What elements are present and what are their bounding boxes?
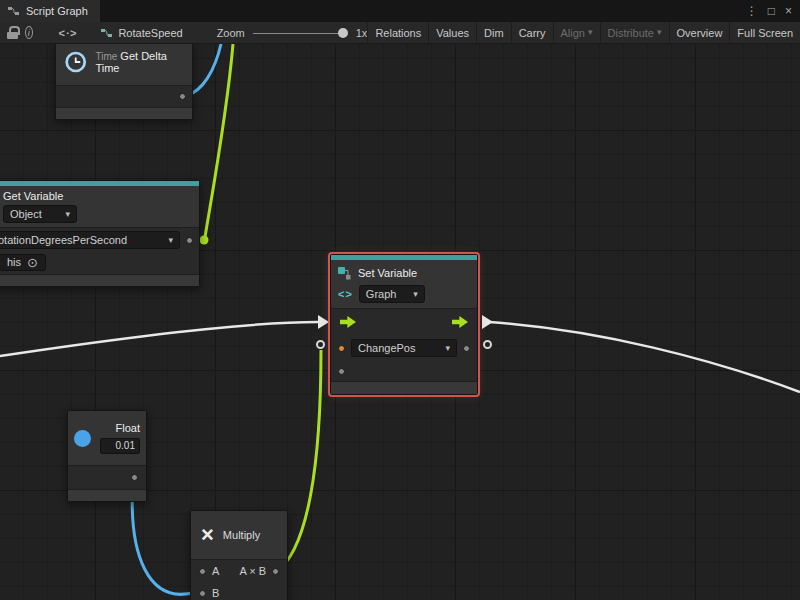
flow-output-arrow[interactable] [482,315,493,329]
node-footer [0,274,199,286]
variable-scope-dropdown[interactable]: Graph ▾ [359,285,425,303]
distribute-button: Distribute ▾ [600,22,669,44]
control-input-port[interactable] [340,316,356,328]
variable-scope-dropdown[interactable]: Object ▾ [3,205,77,223]
chevron-down-icon: ▾ [168,236,173,245]
node-float[interactable]: Float 0.01 [67,410,147,502]
graph-asset-icon [101,27,113,39]
node-get-variable[interactable]: Get Variable Object ▾ otationDegreesPerS… [0,180,200,287]
object-picker-icon[interactable]: ⊙ [27,256,38,269]
align-button: Align ▾ [553,22,600,44]
full-screen-button[interactable]: Full Screen [729,22,800,44]
node-get-delta-time[interactable]: Time Get Delta Time [55,44,193,120]
value-output-port[interactable] [463,345,470,352]
chevron-down-icon: ▾ [588,28,593,37]
graph-asset: RotateSpeed [101,27,182,39]
lock-icon[interactable] [7,26,13,39]
tab-bar: Script Graph ⋮ □ × [0,0,800,22]
wire-white-input [0,322,318,356]
float-icon [74,430,91,447]
float-output-port[interactable] [131,474,138,481]
toolbar-buttons: Relations Values Dim Carry Align ▾ Distr… [367,22,800,44]
set-variable-icon [338,267,352,280]
dim-button[interactable]: Dim [476,22,511,44]
node-title: Get Variable [3,190,192,202]
node-set-variable[interactable]: Set Variable <> Graph ▾ ChangePos ▾ [330,254,478,395]
delta-time-output-port[interactable] [179,93,186,100]
wire-white-output [489,322,800,392]
node-title: Multiply [223,529,260,541]
close-icon[interactable]: × [785,4,792,18]
value-input-port[interactable] [338,345,345,352]
float-value-field[interactable]: 0.01 [100,438,140,454]
graph-toolbar: i <∙> RotateSpeed Zoom 1x Relations Valu… [0,22,800,44]
overview-button[interactable]: Overview [669,22,730,44]
edit-code-icon[interactable]: <∙> [59,27,78,39]
fallback-input-port[interactable] [338,368,345,375]
graph-name-label: RotateSpeed [118,27,182,39]
variable-output-port[interactable] [200,236,209,245]
clock-icon [64,49,87,75]
node-footer [68,489,146,501]
node-footer [56,107,192,119]
external-input-ring[interactable] [316,340,325,349]
chevron-down-icon: ▾ [445,344,450,353]
control-output-port[interactable] [452,316,468,328]
multiply-b-port[interactable] [199,590,206,597]
info-icon[interactable]: i [25,26,33,39]
maximize-icon[interactable]: □ [768,4,775,18]
chevron-down-icon: ▾ [413,290,418,299]
chevron-down-icon: ▾ [65,210,70,219]
tab-title: Script Graph [26,5,88,17]
multiply-icon: × [201,524,214,546]
node-title: Float [116,422,140,434]
zoom-slider-track[interactable] [253,33,348,34]
tab-script-graph[interactable]: Script Graph [0,0,100,22]
wire-green-variable [205,44,233,237]
variable-name-dropdown[interactable]: ChangePos ▾ [351,339,457,357]
node-category: Time [95,51,117,62]
variable-name-dropdown[interactable]: otationDegreesPerSecond ▾ [0,231,180,249]
chevron-down-icon: ▾ [657,28,662,37]
flow-input-arrow[interactable] [318,315,329,329]
values-button[interactable]: Values [428,22,476,44]
zoom-value: 1x [356,27,368,39]
node-multiply[interactable]: × Multiply A A × B B [190,510,288,600]
multiply-a-port[interactable] [199,568,206,575]
graph-canvas[interactable]: Time Get Delta Time Get Variable Object … [0,44,800,600]
node-footer [331,381,477,394]
external-output-ring[interactable] [483,340,492,349]
relations-button[interactable]: Relations [367,22,428,44]
zoom-label: Zoom [217,27,245,39]
carry-button[interactable]: Carry [511,22,553,44]
multiply-result-port[interactable] [272,568,279,575]
target-object-chip[interactable]: his ⊙ [0,254,46,271]
kebab-menu-icon[interactable]: ⋮ [746,4,758,18]
node-title: Set Variable [358,267,417,279]
variable-value-port[interactable] [186,237,193,244]
graph-scope-icon: <> [338,288,353,300]
zoom-slider-handle[interactable] [338,28,348,38]
graph-icon [8,5,20,17]
zoom-slider[interactable] [253,27,348,39]
